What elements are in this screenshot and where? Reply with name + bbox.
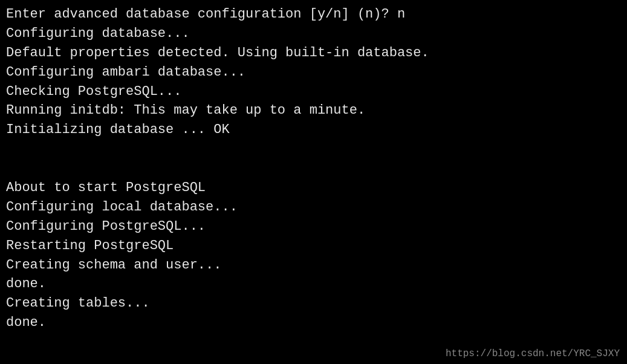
terminal-line: Configuring local database...	[6, 198, 621, 217]
terminal-line: done.	[6, 275, 621, 294]
terminal-line: Checking PostgreSQL...	[6, 82, 621, 102]
terminal-line: Creating schema and user...	[6, 256, 621, 275]
terminal-line: Restarting PostgreSQL	[6, 236, 621, 256]
terminal-line: Creating tables...	[6, 294, 621, 313]
terminal-line: Configuring database...	[6, 24, 621, 44]
terminal-line: About to start PostgreSQL	[6, 178, 621, 198]
terminal-line: Initializing database ... OK	[6, 120, 621, 140]
terminal-line: Running initdb: This may take up to a mi…	[6, 101, 621, 120]
terminal-line: Configuring ambari database...	[6, 63, 621, 82]
terminal-line: Configuring PostgreSQL...	[6, 217, 621, 236]
terminal-line: Default properties detected. Using built…	[6, 44, 621, 63]
terminal-line: done.	[6, 313, 621, 333]
terminal-window: Enter advanced database configuration [y…	[0, 0, 627, 364]
terminal-line	[6, 159, 621, 178]
terminal-line: Enter advanced database configuration [y…	[6, 5, 621, 24]
terminal-line	[6, 140, 621, 159]
watermark: https://blog.csdn.net/YRC_SJXY	[446, 348, 620, 359]
